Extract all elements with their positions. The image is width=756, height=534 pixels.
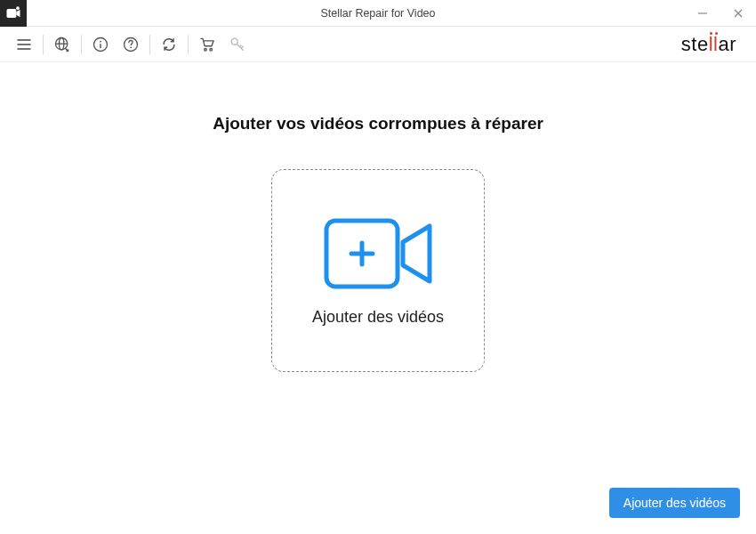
globe-icon: [53, 36, 71, 53]
svg-point-1: [16, 6, 20, 10]
video-add-icon: [321, 215, 435, 292]
toolbar-separator: [43, 35, 44, 54]
language-button[interactable]: [47, 29, 77, 60]
svg-point-16: [205, 48, 207, 51]
dropzone-label: Ajouter des vidéos: [312, 308, 444, 327]
app-logo-icon: [0, 0, 27, 27]
svg-point-17: [210, 48, 213, 51]
main-content: Ajouter vos vidéos corrompues à réparer …: [0, 62, 756, 488]
add-videos-button[interactable]: Ajouter des vidéos: [609, 488, 740, 518]
hamburger-icon: [15, 36, 33, 53]
toolbar: stellar: [0, 27, 756, 62]
footer: Ajouter des vidéos: [0, 488, 756, 534]
refresh-icon: [160, 36, 178, 53]
cart-icon: [198, 36, 216, 53]
info-button[interactable]: [85, 29, 116, 60]
svg-rect-0: [7, 9, 17, 18]
window-title: Stellar Repair for Video: [0, 7, 756, 20]
brand-logo: stellar: [681, 33, 747, 56]
toolbar-separator: [188, 35, 189, 54]
brand-text-mid: ll: [709, 33, 719, 56]
info-icon: [92, 36, 109, 53]
close-button[interactable]: [720, 0, 756, 27]
page-headline: Ajouter vos vidéos corrompues à réparer: [213, 114, 543, 134]
buy-button[interactable]: [192, 29, 222, 60]
menu-button[interactable]: [9, 29, 39, 60]
toolbar-separator: [81, 35, 82, 54]
titlebar: Stellar Repair for Video: [0, 0, 756, 27]
svg-point-18: [231, 38, 237, 44]
window-controls: [685, 0, 756, 27]
update-button[interactable]: [154, 29, 184, 60]
key-icon: [229, 36, 246, 53]
svg-point-12: [100, 40, 101, 42]
help-icon: [122, 36, 140, 53]
minimize-button[interactable]: [685, 0, 720, 27]
brand-text-pre: ste: [681, 33, 709, 56]
brand-text-post: ar: [718, 33, 736, 56]
toolbar-separator: [149, 35, 150, 54]
add-videos-dropzone[interactable]: Ajouter des vidéos: [271, 169, 485, 372]
svg-point-15: [130, 46, 132, 48]
activate-button[interactable]: [222, 29, 253, 60]
help-button[interactable]: [116, 29, 146, 60]
